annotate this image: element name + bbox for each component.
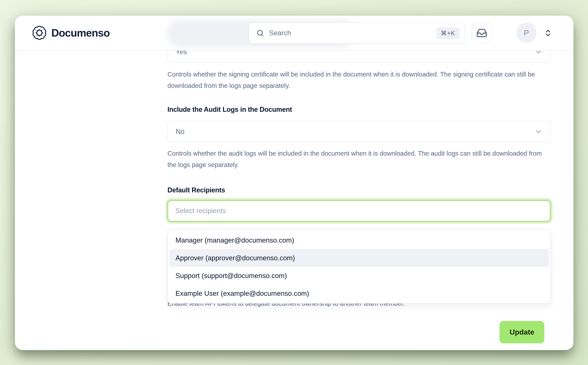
recipients-input-wrap <box>167 200 551 222</box>
audit-select-value: No <box>176 128 184 136</box>
dropdown-option-support[interactable]: Support (support@documenso.com) <box>170 267 549 285</box>
avatar-initial: P <box>524 28 529 37</box>
audit-description: Controls whether the audit logs will be … <box>167 148 551 171</box>
documenso-logo[interactable]: Documenso <box>32 26 110 40</box>
app-card: Yes Controls whether the signing certifi… <box>15 16 574 350</box>
user-avatar[interactable]: P <box>516 23 537 43</box>
recipients-dropdown: Manager (manager@documenso.com) Approver… <box>167 229 551 304</box>
search-icon <box>256 29 264 37</box>
update-button[interactable]: Update <box>500 321 544 343</box>
audit-logs-select[interactable]: No <box>167 121 551 143</box>
page-background: { "colors": { "page_bg_start": "#eef6e3"… <box>0 0 588 365</box>
dropdown-option-example-user[interactable]: Example User (example@documenso.com) <box>170 285 549 302</box>
account-menu-toggle[interactable] <box>544 28 552 38</box>
app-header: Documenso ⌘+K P <box>15 16 574 51</box>
chevron-down-icon <box>535 128 542 136</box>
dropdown-option-approver[interactable]: Approver (approver@documenso.com) <box>170 249 549 267</box>
brand-name: Documenso <box>51 27 110 39</box>
search-input[interactable] <box>269 29 436 37</box>
recipients-label: Default Recipients <box>167 186 551 194</box>
inbox-button[interactable] <box>472 23 492 43</box>
audit-logs-label: Include the Audit Logs in the Document <box>167 106 551 113</box>
documenso-logo-icon <box>32 26 46 40</box>
certificate-description: Controls whether the signing certificate… <box>167 69 551 91</box>
dropdown-option-manager[interactable]: Manager (manager@documenso.com) <box>170 232 549 249</box>
recipients-input[interactable] <box>175 207 543 215</box>
chevrons-up-down-icon <box>544 28 552 38</box>
search-bar[interactable]: ⌘+K <box>249 22 465 44</box>
inbox-icon <box>476 28 487 38</box>
search-shortcut-badge: ⌘+K <box>436 27 460 39</box>
